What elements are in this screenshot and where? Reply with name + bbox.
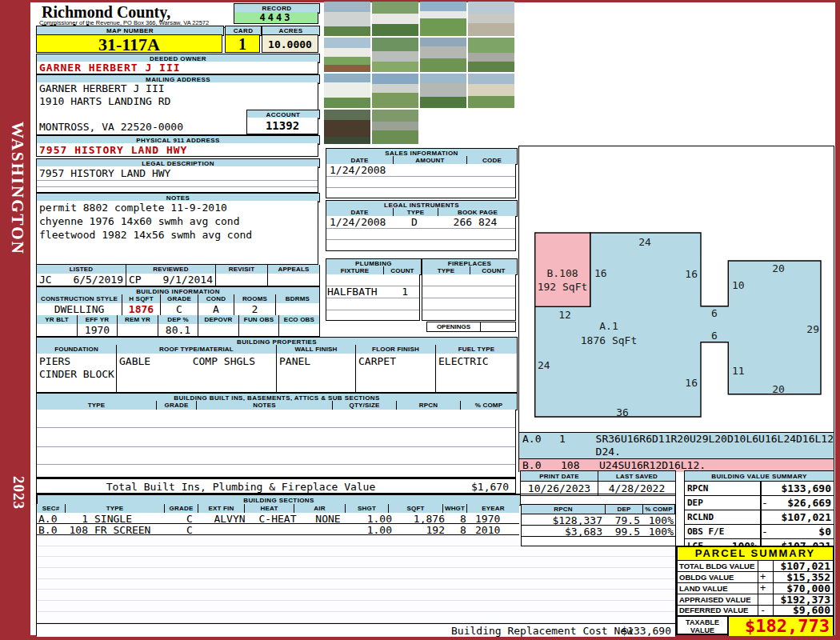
bvs-op [762,510,774,524]
yrblt-header: YR BLT [37,315,78,324]
note-line: chyenne 1976 14x60 swmh avg cond [37,214,318,228]
bvs-value: $0 [774,525,834,538]
inst-date: 1/24/2008 [326,216,394,228]
ps-op: + [758,572,774,582]
section-extfin [206,524,253,534]
ps-op [758,561,774,571]
section-air: NONE [302,513,354,523]
bdrms-value [276,303,319,315]
property-photo[interactable] [372,74,418,108]
openings-row: OPENINGS [426,322,516,332]
inst-date-header: DATE [326,208,394,216]
district-name: WASHINGTON [3,112,27,264]
rooms-value: 2 [234,303,276,315]
depovr-value [198,324,239,336]
inst-type: D [394,216,435,228]
plumbing-rows: HALFBATH 1 [326,274,420,321]
section-eyear: 2010 [475,524,519,534]
reviewed-date: 9/1/2014 [162,274,213,286]
bvs-op [762,482,774,495]
property-photo[interactable] [372,38,418,72]
ps-key: APPRAISED VALUE [678,594,758,605]
type-header: TYPE [66,504,165,513]
bvs-value: $107,021 [774,510,834,524]
revisit-header: REVISIT [216,265,268,274]
legal-description-box: 7957 HISTORY LAND HWY [36,166,318,193]
row-rpcn: $3,683 [522,526,606,536]
section-whgt: 8 [451,513,475,523]
extfin-header: EXT FIN [198,504,245,513]
taxable-value-label: TAXABLE VALUE [678,617,729,636]
construction-style-value: DWELLING [37,303,122,315]
address-line: GARNER HERBERT J III [37,82,318,95]
dim-label: 20 [772,383,785,395]
empty-row [37,464,515,478]
deeded-owner-value: GARNER HERBERT J III [36,62,318,74]
dim-label: 24 [538,359,550,371]
property-photo[interactable] [420,74,466,108]
empty-row [37,410,515,427]
property-photo[interactable] [468,38,514,72]
section-row: B.0 108 FR SCREEN PCH C 1.00 192 8 2010 [37,524,519,535]
sale-date-header: DATE [326,156,394,164]
sketch-legend-row-a: A.0 1 SR36U16R6D11R20U29L20D10L6U16L24D1… [519,432,834,459]
taxable-value: $182,773 [729,617,833,636]
tax-year: 2023 [3,462,27,523]
dim-label: 36 [616,406,629,418]
section-sec: B.0 [37,524,67,534]
floor-finish-value: CARPET [356,354,436,392]
built-ins-total-value: $1,670 [413,481,509,494]
sketch-a-name: A.1 [599,320,618,332]
card-value: 1 [225,34,260,53]
dep-header: DEP [606,505,643,514]
section-shgt: 1.00 [354,513,397,523]
dim-label: 16 [685,377,698,389]
openings-value [481,322,516,332]
sec-header: SEC# [37,504,66,513]
inst-type-header: TYPE [394,208,438,216]
legal-instruments-rows: 1/24/2008 D 266 824 [326,216,516,251]
rooms-header: ROOMS [234,294,276,303]
property-photo[interactable] [324,74,370,108]
ecoobs-header: ECO OBS [279,315,319,324]
building-info-values2: 1970 80.1 [36,324,320,337]
property-photo[interactable] [468,2,514,36]
legend-code: SR36U16R6D11R20U29L20D10L6U16L24D16L12 D… [596,433,834,459]
ps-op: + [758,583,774,594]
ps-key: OBLDG VALUE [678,572,758,582]
section-shgt: 1.00 [354,524,397,534]
building-value-summary: BUILDING VALUE SUMMARY RPCN $133,690 DEP… [684,470,834,548]
rpcn-header: RPCN [522,505,606,514]
property-photo[interactable] [324,110,370,144]
replacement-cost-row: Building Replacement Cost New $133,690 [37,623,675,637]
property-photo[interactable] [372,2,418,36]
property-photo[interactable] [420,2,466,36]
empty-row [326,239,515,250]
ps-op: - [758,606,774,615]
row-comp: 100% [643,526,675,536]
effyr-value: 1970 [78,324,118,336]
legend-num: 1 [553,433,596,459]
foundation-header: FOUNDATION [37,345,117,354]
fixture-count-header: COUNT [384,266,421,274]
floor-finish-header: FLOOR FINISH [356,345,436,354]
last-saved-header: LAST SAVED [598,471,675,481]
row-comp: 100% [643,514,675,525]
district-banner: WASHINGTON 2023 [0,0,30,640]
property-photo[interactable] [324,38,370,72]
property-photo[interactable] [372,110,418,144]
heat-header: HEAT [245,504,294,513]
hsqft-header: H SQFT [122,294,161,303]
bi-notes-header: NOTES [197,401,333,410]
building-sections-panel: BUILDING SECTIONS SEC# TYPE GRADE EXT FI… [36,494,676,636]
note-line: fleetwood 1982 14x56 swmh avg cond [37,228,318,242]
property-photo[interactable] [420,38,466,72]
empty-section-rows [37,535,675,623]
property-photo[interactable] [324,2,370,36]
effyr-header: EFF YR [78,315,118,324]
remyr-value [118,324,158,336]
built-ins-total-label: Total Built Ins, Plumbing & Fireplace Va… [85,481,397,493]
building-properties-values: PIERS CINDER BLOCK GABLE COMP SHGLS PANE… [36,354,518,393]
sale-amount-header: AMOUNT [394,156,467,164]
property-photo[interactable] [468,74,514,108]
